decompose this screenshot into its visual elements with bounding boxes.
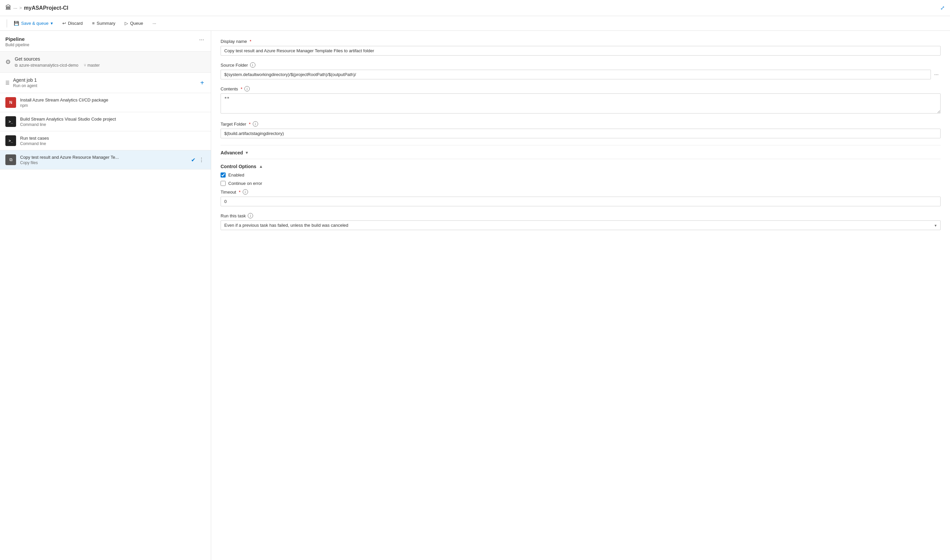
task-test-content: Run test cases Command line [20,135,205,146]
task-check-icon: ✔ [191,157,196,163]
source-folder-field: Source Folder i ··· [221,62,941,79]
run-this-task-select-wrapper: Even if a previous task has failed, unle… [221,220,941,230]
pipeline-title: Pipeline [5,36,29,42]
repo-icon: ⧉ [15,63,18,68]
task-install-title: Install Azure Stream Analytics CI/CD pac… [20,97,205,103]
source-folder-input[interactable] [221,70,931,79]
get-sources-title: Get sources [15,56,205,62]
save-queue-button[interactable]: 💾 Save & queue ▾ [10,19,57,28]
task-copy-title: Copy test result and Azure Resource Mana… [20,155,187,160]
breadcrumb-dots[interactable]: ··· [14,5,17,11]
continue-on-error-row: Continue on error [221,181,941,186]
timeout-input[interactable] [221,197,941,206]
main-layout: Pipeline Build pipeline ··· ⚙ Get source… [0,31,950,560]
timeout-info-icon[interactable]: i [243,189,248,195]
task-test[interactable]: >_ Run test cases Command line [0,131,211,151]
task-install-content: Install Azure Stream Analytics CI/CD pac… [20,97,205,108]
branch-icon: ⑂ [84,63,86,68]
queue-button[interactable]: ▷ Queue [121,19,147,28]
get-sources-icon: ⚙ [5,58,11,66]
topbar-right: ⤢ [940,5,945,11]
left-panel: Pipeline Build pipeline ··· ⚙ Get source… [0,31,211,560]
source-folder-info-icon[interactable]: i [250,62,255,68]
target-folder-field: Target Folder * i [221,121,941,138]
advanced-section-header[interactable]: Advanced ▾ [221,145,941,159]
task-copy-subtitle: Copy files [20,160,187,165]
task-build-subtitle: Command line [20,122,205,127]
enabled-checkbox[interactable] [221,172,225,177]
toolbar-divider [7,19,7,28]
task-copy-actions: ✔ ⋮ [191,156,205,164]
copy-icon: ⧉ [5,154,16,165]
display-name-field: Display name * [221,39,941,55]
task-build-title: Build Stream Analytics Visual Studio Cod… [20,117,205,122]
agent-job-title: Agent job 1 [13,77,37,83]
source-folder-more-button[interactable]: ··· [932,70,941,79]
get-sources-content: Get sources ⧉ azure-streamanalytics-cicd… [15,56,205,68]
continue-on-error-checkbox[interactable] [221,181,225,186]
task-test-subtitle: Command line [20,142,205,146]
breadcrumb: 🏛 ··· > myASAProject-CI [5,5,938,11]
control-options-section-header[interactable]: Control Options ▲ [221,159,941,172]
contents-field: Contents * i ** [221,86,941,115]
contents-label: Contents * i [221,86,941,91]
agent-job-item[interactable]: ☰ Agent job 1 Run on agent + [0,73,211,93]
queue-icon: ▷ [125,21,128,26]
task-copy[interactable]: ⧉ Copy test result and Azure Resource Ma… [0,151,211,169]
pipeline-header: Pipeline Build pipeline ··· [0,31,211,52]
source-folder-wrapper: ··· [221,70,941,79]
display-name-input[interactable] [221,46,941,55]
npm-icon: N [5,97,16,108]
contents-input[interactable]: ** [221,94,941,114]
source-folder-label: Source Folder i [221,62,941,68]
task-install[interactable]: N Install Azure Stream Analytics CI/CD p… [0,93,211,112]
pipeline-info: Pipeline Build pipeline [5,36,29,47]
task-copy-more-button[interactable]: ⋮ [197,156,205,164]
more-options-button[interactable]: ··· [148,19,160,28]
task-build[interactable]: >_ Build Stream Analytics Visual Studio … [0,112,211,131]
pipeline-more-button[interactable]: ··· [198,36,205,43]
agent-job-info: Agent job 1 Run on agent [13,77,37,88]
task-install-subtitle: npm [20,103,205,108]
summary-button[interactable]: ≡ Summary [88,19,119,28]
display-name-label: Display name * [221,39,941,44]
add-task-button[interactable]: + [199,78,205,88]
agent-job-left: ☰ Agent job 1 Run on agent [5,77,37,88]
task-build-content: Build Stream Analytics Visual Studio Cod… [20,117,205,127]
task-copy-content: Copy test result and Azure Resource Mana… [20,155,187,165]
contents-info-icon[interactable]: i [244,86,250,91]
breadcrumb-separator: > [19,5,22,11]
chevron-down-icon: ▾ [51,21,53,26]
get-sources-item[interactable]: ⚙ Get sources ⧉ azure-streamanalytics-ci… [0,52,211,73]
timeout-field: Timeout * i [221,189,941,206]
task-test-title: Run test cases [20,135,205,141]
topbar: 🏛 ··· > myASAProject-CI ⤢ [0,0,950,16]
repo-info: ⧉ azure-streamanalytics-cicd-demo [15,63,79,68]
advanced-chevron-icon: ▾ [246,151,248,155]
enabled-label: Enabled [228,172,244,177]
toolbar: 💾 Save & queue ▾ ↩ Discard ≡ Summary ▷ Q… [0,16,950,31]
app-icon: 🏛 [5,5,11,11]
run-this-task-info-icon[interactable]: i [248,213,253,218]
get-sources-meta: ⧉ azure-streamanalytics-cicd-demo ⑂ mast… [15,63,205,68]
run-this-task-label: Run this task i [221,213,941,218]
summary-icon: ≡ [92,21,95,26]
run-this-task-select[interactable]: Even if a previous task has failed, unle… [221,220,941,230]
discard-button[interactable]: ↩ Discard [58,19,87,28]
pipeline-subtitle: Build pipeline [5,43,29,47]
control-options-chevron-icon: ▲ [259,164,263,169]
target-folder-label: Target Folder * i [221,121,941,126]
expand-icon[interactable]: ⤢ [940,5,945,11]
cmd-icon-build: >_ [5,116,16,127]
discard-icon: ↩ [62,21,66,26]
enabled-row: Enabled [221,172,941,177]
page-title: myASAProject-CI [24,5,68,11]
branch-info: ⑂ master [84,63,100,68]
target-folder-input[interactable] [221,129,941,138]
save-icon: 💾 [14,21,19,26]
continue-on-error-label: Continue on error [228,181,262,186]
agent-job-subtitle: Run on agent [13,83,37,88]
target-folder-info-icon[interactable]: i [253,121,258,126]
cmd-icon-test: >_ [5,135,16,146]
run-this-task-field: Run this task i Even if a previous task … [221,213,941,230]
